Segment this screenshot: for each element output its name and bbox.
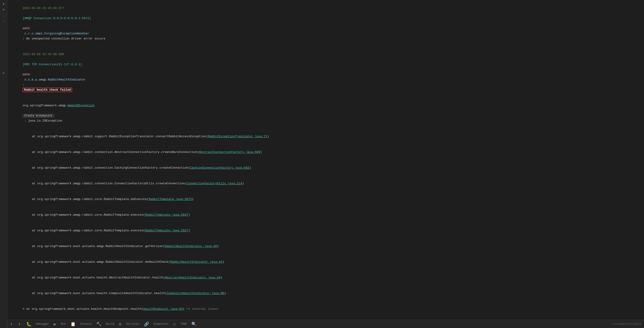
level-2: WARN [22, 73, 32, 76]
link-RabbitHealthIndicator-48[interactable]: RabbitHealthIndicator.java:48 [165, 245, 217, 248]
stack-line-6: at org.springframework.amqp.rabbit.core.… [7, 207, 644, 223]
bottom-icon-down[interactable]: ⬇ [17, 321, 22, 327]
class-1: c.r.c.impl.ForgivingExceptionHandler [22, 32, 89, 35]
bottom-bar: ⬆ ⬇ 🐛 Debugger ▶ Run 📋 Console 🔨 Build ⚙… [7, 320, 644, 328]
stack-line-1: at org.springframework.amqp.rabbit.suppo… [7, 129, 644, 144]
log-line-1: 2024-03-06 21:45:08.077 [AMQP Connection… [7, 1, 644, 47]
gutter-icon-down[interactable]: ▼ [2, 8, 6, 12]
bottom-icon-build[interactable]: 🔨 [95, 321, 102, 327]
stack-line-12: ⊞at org.springframework.boot.actuate.hea… [7, 301, 644, 317]
link-RabbitTemplate-2073[interactable]: RabbitTemplate.java:2073 [149, 198, 192, 201]
bottom-icon-services[interactable]: ⚙ [118, 321, 122, 327]
gutter-icon-expand2[interactable]: ⊞ [2, 71, 6, 75]
bottom-icon-search[interactable]: 🔍 [190, 321, 198, 327]
gutter-icon-expand[interactable]: ↓ [2, 14, 6, 18]
thread-2: [RMI TCP Connection(9)-127.0.0.1] [22, 63, 82, 66]
timestamp-2: 2024-03-06 21:45:08.080 [22, 53, 64, 56]
stack-line-4: at org.springframework.amqp.rabbit.conne… [7, 176, 644, 192]
bottom-icon-debugger[interactable]: 🐛 [25, 321, 32, 327]
stack-line-8: at org.springframework.boot.actuate.amqp… [7, 239, 644, 254]
create-breakpoint-btn[interactable]: Create breakpoint [22, 114, 54, 118]
stack-line-10: at org.springframework.boot.actuate.heal… [7, 270, 644, 285]
link-AbstractHealthIndicator[interactable]: AbstractHealthIndicator.java:84 [165, 276, 221, 279]
stack-line-3: at org.springframework.amqp.rabbit.conne… [7, 160, 644, 176]
link-AbstractConnectionFactory[interactable]: AbstractConnectionFactory.java:509 [199, 150, 260, 154]
internal-lines-4: <4 internal lines> [186, 307, 218, 311]
bottom-label-run[interactable]: Run [61, 322, 66, 326]
left-gutter: ▲ ▼ ↓ ↑ ⊞ [0, 0, 7, 328]
bottom-icon-endpoints[interactable]: 🔗 [143, 321, 150, 327]
stack-line-11: at org.springframework.boot.actuate.heal… [7, 285, 644, 301]
class-2: o.s.b.a.amqp.RabbitHealthIndicator [22, 78, 86, 81]
console-area: ▲ ▼ ↓ ↑ ⊞ 2024-03-06 21:45:08.077 [AMQP … [0, 0, 644, 328]
bottom-label-console[interactable]: Console [80, 322, 92, 326]
link-RabbitHealthIndicator-44[interactable]: RabbitHealthIndicator.java:44 [170, 260, 222, 264]
bottom-icon-run[interactable]: ▶ [53, 321, 57, 327]
link-RabbitExceptionTranslator[interactable]: RabbitExceptionTranslator.java:71 [208, 135, 267, 138]
link-RabbitTemplate-2027[interactable]: RabbitTemplate.java:2027 [145, 229, 188, 232]
thread-1: [AMQP Connection 0:0:0:0:0:0:0:1:5672] [22, 17, 91, 20]
bottom-label-services[interactable]: Services [126, 322, 139, 326]
link-CachingConnectionFactory[interactable]: CachingConnectionFactory.java:682 [190, 166, 249, 170]
gutter-icon-up[interactable]: ▲ [2, 2, 6, 6]
stack-line-7: at org.springframework.amqp.rabbit.core.… [7, 223, 644, 239]
bottom-icon-console[interactable]: 📋 [70, 321, 76, 327]
timestamp-1: 2024-03-06 21:45:08.077 [22, 7, 64, 10]
watermark: CSDN@落魄程序员在线炒粉 [612, 322, 642, 326]
link-RabbitTemplate-2047[interactable]: RabbitTemplate.java:2047 [145, 213, 188, 217]
link-HealthEndpoint[interactable]: HealthEndpoint.java:50 [143, 307, 183, 311]
link-ConnectionFactoryUtils[interactable]: ConnectionFactoryUtils.java:214 [186, 182, 242, 185]
expand-btn-12[interactable]: ⊞ [22, 307, 24, 311]
bottom-icon-up[interactable]: ⬆ [9, 321, 14, 327]
gutter-icon-collapse[interactable]: ↑ [2, 20, 6, 24]
bottom-label-build[interactable]: Build [106, 322, 114, 326]
log-line-2: 2024-03-06 21:45:08.080 [RMI TCP Connect… [7, 47, 644, 98]
stack-line-9: at org.springframework.boot.actuate.amqp… [7, 254, 644, 270]
level-1: WARN [22, 27, 32, 30]
log-content: 2024-03-06 21:45:08.077 [AMQP Connection… [7, 0, 644, 328]
log-line-3: org.springframework.amqp.AmqpIOException… [7, 98, 644, 129]
rabbit-health-highlight: Rabbit health check failed [22, 88, 72, 92]
stack-line-2: at org.springframework.amqp.rabbit.conne… [7, 144, 644, 160]
stack-line-5: at org.springframework.amqp.rabbit.core.… [7, 192, 644, 207]
bottom-label-debugger[interactable]: Debugger [36, 322, 49, 326]
bottom-label-todo[interactable]: TODO [180, 322, 187, 326]
bottom-icon-todo[interactable]: ☑ [172, 321, 176, 327]
link-CompositeHealthIndicator[interactable]: CompositeHealthIndicator.java:98 [167, 291, 224, 295]
amqp-io-exception-link[interactable]: AmqpIOException [68, 104, 94, 107]
bottom-label-endpoints[interactable]: Endpoints [154, 322, 168, 326]
